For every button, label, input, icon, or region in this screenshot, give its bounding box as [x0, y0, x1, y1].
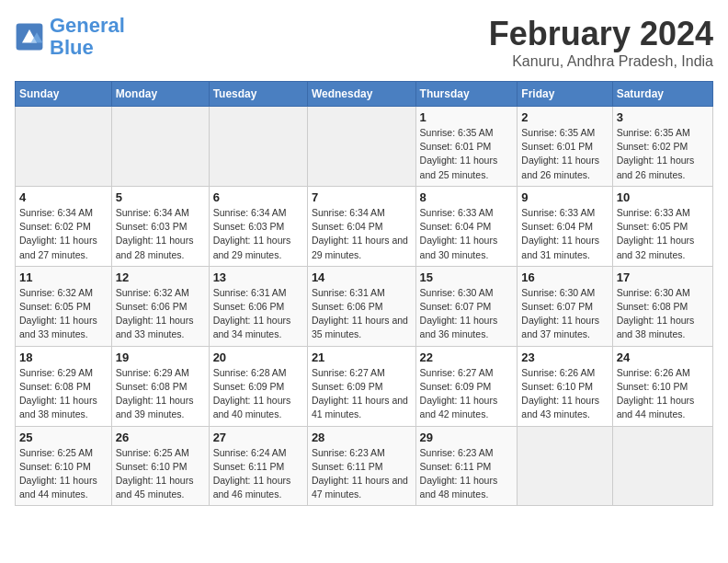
day-info: Sunrise: 6:25 AM Sunset: 6:10 PM Dayligh… [116, 446, 205, 502]
day-number: 2 [521, 110, 608, 124]
calendar-cell: 14Sunrise: 6:31 AM Sunset: 6:06 PM Dayli… [307, 266, 415, 346]
header-wednesday: Wednesday [307, 82, 415, 107]
day-info: Sunrise: 6:24 AM Sunset: 6:11 PM Dayligh… [213, 446, 303, 502]
day-info: Sunrise: 6:29 AM Sunset: 6:08 PM Dayligh… [116, 366, 205, 422]
day-info: Sunrise: 6:27 AM Sunset: 6:09 PM Dayligh… [420, 366, 514, 422]
day-number: 24 [617, 350, 709, 364]
day-number: 11 [19, 270, 108, 284]
day-number: 12 [116, 270, 205, 284]
day-number: 4 [19, 190, 108, 204]
calendar-cell: 9Sunrise: 6:33 AM Sunset: 6:04 PM Daylig… [518, 186, 612, 266]
calendar-cell: 18Sunrise: 6:29 AM Sunset: 6:08 PM Dayli… [16, 346, 112, 426]
day-info: Sunrise: 6:23 AM Sunset: 6:11 PM Dayligh… [420, 446, 514, 502]
day-number: 23 [521, 350, 608, 364]
calendar-cell: 27Sunrise: 6:24 AM Sunset: 6:11 PM Dayli… [209, 426, 307, 506]
day-number: 9 [521, 190, 608, 204]
day-number: 28 [312, 431, 412, 444]
logo-icon [15, 22, 44, 52]
calendar-cell: 2Sunrise: 6:35 AM Sunset: 6:01 PM Daylig… [518, 107, 612, 187]
day-number: 1 [420, 110, 514, 124]
day-info: Sunrise: 6:31 AM Sunset: 6:06 PM Dayligh… [213, 286, 303, 342]
logo-line2: Blue [50, 36, 94, 59]
header: General Blue February 2024 Kanuru, Andhr… [15, 15, 713, 70]
calendar-cell: 28Sunrise: 6:23 AM Sunset: 6:11 PM Dayli… [307, 426, 415, 506]
calendar-cell: 17Sunrise: 6:30 AM Sunset: 6:08 PM Dayli… [612, 266, 712, 346]
day-number: 17 [617, 270, 709, 284]
day-info: Sunrise: 6:33 AM Sunset: 6:05 PM Dayligh… [617, 206, 709, 262]
calendar-cell: 5Sunrise: 6:34 AM Sunset: 6:03 PM Daylig… [111, 186, 209, 266]
title-area: February 2024 Kanuru, Andhra Pradesh, In… [489, 15, 713, 70]
day-info: Sunrise: 6:26 AM Sunset: 6:10 PM Dayligh… [521, 366, 608, 422]
calendar-cell: 8Sunrise: 6:33 AM Sunset: 6:04 PM Daylig… [415, 186, 518, 266]
calendar-cell: 10Sunrise: 6:33 AM Sunset: 6:05 PM Dayli… [612, 186, 712, 266]
calendar-cell: 29Sunrise: 6:23 AM Sunset: 6:11 PM Dayli… [415, 426, 518, 506]
header-thursday: Thursday [415, 82, 518, 107]
calendar-cell: 15Sunrise: 6:30 AM Sunset: 6:07 PM Dayli… [415, 266, 518, 346]
calendar-cell: 3Sunrise: 6:35 AM Sunset: 6:02 PM Daylig… [612, 107, 712, 187]
day-number: 21 [312, 350, 412, 364]
day-info: Sunrise: 6:30 AM Sunset: 6:08 PM Dayligh… [617, 286, 709, 342]
day-number: 22 [420, 350, 514, 364]
day-info: Sunrise: 6:25 AM Sunset: 6:10 PM Dayligh… [19, 446, 108, 502]
sub-title: Kanuru, Andhra Pradesh, India [489, 53, 713, 70]
day-info: Sunrise: 6:23 AM Sunset: 6:11 PM Dayligh… [312, 446, 412, 502]
day-info: Sunrise: 6:30 AM Sunset: 6:07 PM Dayligh… [420, 286, 514, 342]
calendar-cell: 19Sunrise: 6:29 AM Sunset: 6:08 PM Dayli… [111, 346, 209, 426]
day-info: Sunrise: 6:28 AM Sunset: 6:09 PM Dayligh… [213, 366, 303, 422]
calendar-cell [307, 107, 415, 187]
day-info: Sunrise: 6:26 AM Sunset: 6:10 PM Dayligh… [617, 366, 709, 422]
day-info: Sunrise: 6:34 AM Sunset: 6:03 PM Dayligh… [213, 206, 303, 262]
logo: General Blue [15, 15, 125, 59]
main-title: February 2024 [489, 15, 713, 53]
calendar-cell [209, 107, 307, 187]
day-number: 7 [312, 190, 412, 204]
day-number: 26 [116, 431, 205, 444]
calendar-cell: 21Sunrise: 6:27 AM Sunset: 6:09 PM Dayli… [307, 346, 415, 426]
calendar-cell [612, 426, 712, 506]
header-friday: Friday [518, 82, 612, 107]
week-row-1: 4Sunrise: 6:34 AM Sunset: 6:02 PM Daylig… [16, 186, 713, 266]
day-info: Sunrise: 6:27 AM Sunset: 6:09 PM Dayligh… [312, 366, 412, 422]
calendar-cell [111, 107, 209, 187]
day-info: Sunrise: 6:34 AM Sunset: 6:04 PM Dayligh… [312, 206, 412, 262]
day-info: Sunrise: 6:33 AM Sunset: 6:04 PM Dayligh… [420, 206, 514, 262]
calendar-cell: 25Sunrise: 6:25 AM Sunset: 6:10 PM Dayli… [16, 426, 112, 506]
calendar-cell [518, 426, 612, 506]
calendar-cell: 1Sunrise: 6:35 AM Sunset: 6:01 PM Daylig… [415, 107, 518, 187]
calendar-cell: 22Sunrise: 6:27 AM Sunset: 6:09 PM Dayli… [415, 346, 518, 426]
week-row-4: 25Sunrise: 6:25 AM Sunset: 6:10 PM Dayli… [16, 426, 713, 506]
calendar-cell: 13Sunrise: 6:31 AM Sunset: 6:06 PM Dayli… [209, 266, 307, 346]
calendar-cell: 12Sunrise: 6:32 AM Sunset: 6:06 PM Dayli… [111, 266, 209, 346]
calendar-header-row: SundayMondayTuesdayWednesdayThursdayFrid… [16, 82, 713, 107]
day-info: Sunrise: 6:35 AM Sunset: 6:01 PM Dayligh… [521, 126, 608, 182]
day-number: 13 [213, 270, 303, 284]
calendar-cell: 6Sunrise: 6:34 AM Sunset: 6:03 PM Daylig… [209, 186, 307, 266]
day-number: 10 [617, 190, 709, 204]
day-info: Sunrise: 6:34 AM Sunset: 6:02 PM Dayligh… [19, 206, 108, 262]
week-row-3: 18Sunrise: 6:29 AM Sunset: 6:08 PM Dayli… [16, 346, 713, 426]
calendar-cell: 23Sunrise: 6:26 AM Sunset: 6:10 PM Dayli… [518, 346, 612, 426]
day-number: 5 [116, 190, 205, 204]
week-row-2: 11Sunrise: 6:32 AM Sunset: 6:05 PM Dayli… [16, 266, 713, 346]
day-info: Sunrise: 6:31 AM Sunset: 6:06 PM Dayligh… [312, 286, 412, 342]
calendar-cell [16, 107, 112, 187]
logo-line1: General [50, 14, 125, 37]
day-number: 29 [420, 431, 514, 444]
day-info: Sunrise: 6:34 AM Sunset: 6:03 PM Dayligh… [116, 206, 205, 262]
day-info: Sunrise: 6:35 AM Sunset: 6:01 PM Dayligh… [420, 126, 514, 182]
calendar-cell: 26Sunrise: 6:25 AM Sunset: 6:10 PM Dayli… [111, 426, 209, 506]
calendar-cell: 11Sunrise: 6:32 AM Sunset: 6:05 PM Dayli… [16, 266, 112, 346]
day-info: Sunrise: 6:32 AM Sunset: 6:05 PM Dayligh… [19, 286, 108, 342]
header-monday: Monday [111, 82, 209, 107]
calendar-table: SundayMondayTuesdayWednesdayThursdayFrid… [15, 81, 713, 506]
logo-text: General Blue [50, 15, 125, 59]
day-info: Sunrise: 6:29 AM Sunset: 6:08 PM Dayligh… [19, 366, 108, 422]
header-tuesday: Tuesday [209, 82, 307, 107]
day-number: 18 [19, 350, 108, 364]
calendar-cell: 20Sunrise: 6:28 AM Sunset: 6:09 PM Dayli… [209, 346, 307, 426]
day-number: 8 [420, 190, 514, 204]
day-number: 14 [312, 270, 412, 284]
calendar-cell: 16Sunrise: 6:30 AM Sunset: 6:07 PM Dayli… [518, 266, 612, 346]
calendar-cell: 4Sunrise: 6:34 AM Sunset: 6:02 PM Daylig… [16, 186, 112, 266]
header-saturday: Saturday [612, 82, 712, 107]
